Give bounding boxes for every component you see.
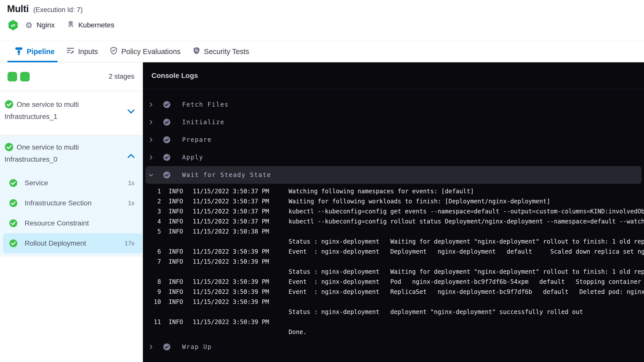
execution-header: Multi (Execution Id: 7) ∞ ⚙ Nginx Kubern… [0, 0, 644, 41]
stage-status-square[interactable] [20, 72, 30, 81]
tab-policy-evaluations[interactable]: Policy Evaluations [109, 41, 180, 62]
step-duration: 17s [125, 240, 134, 247]
log-section-label: Wrap Up [182, 343, 212, 350]
log-line: 9INFO11/15/2022 3:50:39 PMEvent : nginx-… [143, 287, 644, 297]
stage-item-infrastructures-0[interactable]: One service to multi Infrastructures_0 [0, 135, 143, 173]
log-section-fetch-files[interactable]: Fetch Files [143, 96, 644, 113]
console-logs-title: Console Logs [151, 72, 198, 80]
step-success-icon [163, 136, 171, 144]
kubernetes-icon [67, 21, 75, 30]
pipeline-icon [14, 46, 23, 57]
step-success-icon [163, 171, 171, 179]
stage-label: One service to multi Infrastructures_1 [5, 100, 108, 122]
log-section-prepare[interactable]: Prepare [143, 131, 644, 149]
service-infra-row: ∞ ⚙ Nginx Kubernetes [7, 20, 644, 30]
step-success-icon [163, 154, 171, 161]
success-check-icon [9, 239, 18, 248]
log-line: 7INFO11/15/2022 3:50:39 PM [143, 257, 644, 267]
log-section-apply[interactable]: Apply [143, 149, 644, 166]
chevron-right-icon[interactable] [148, 344, 154, 350]
log-line: 4INFO11/15/2022 3:50:37 PMkubectl --kube… [143, 216, 644, 227]
console-logs-header: Console Logs [143, 62, 644, 89]
stages-summary: 2 stages [0, 62, 143, 91]
log-line: 10INFO11/15/2022 3:50:39 PM [143, 297, 644, 307]
step-success-icon [163, 101, 171, 108]
log-line: 8INFO11/15/2022 3:50:39 PMEvent : nginx-… [143, 277, 644, 287]
stage-section-infrastructures-0: One service to multi Infrastructures_0 S… [0, 135, 143, 256]
step-success-icon [163, 118, 171, 126]
success-check-icon [9, 179, 18, 187]
step-item-resource-constraint[interactable]: Resource Constraint [0, 213, 143, 233]
step-duration: 1s [128, 179, 134, 187]
success-check-icon [5, 100, 14, 112]
log-line: Done. [143, 327, 644, 337]
console-logs-panel: Console Logs Fetch Files Initializ [143, 62, 644, 362]
log-section-label: Wait for Steady State [182, 171, 271, 178]
sidebar-filler [0, 256, 143, 362]
step-success-icon [163, 343, 171, 351]
log-line: 5INFO11/15/2022 3:50:38 PM [143, 227, 644, 237]
stage-name: One service to multi Infrastructures_0 [5, 143, 79, 163]
chevron-right-icon[interactable] [148, 154, 154, 160]
chevron-right-icon[interactable] [148, 102, 154, 108]
chevron-down-icon[interactable] [148, 172, 154, 178]
page-title: Multi [7, 4, 29, 14]
step-label: Infrastructure Section [25, 199, 128, 207]
step-item-infrastructure-section[interactable]: Infrastructure Section 1s [0, 193, 143, 213]
service-name-label: Nginx [37, 21, 55, 29]
log-section-label: Prepare [182, 136, 212, 143]
log-line: 3INFO11/15/2022 3:50:37 PMkubectl --kube… [143, 206, 644, 216]
log-section-label: Fetch Files [182, 101, 229, 108]
step-item-rollout-deployment[interactable]: Rollout Deployment 17s [3, 233, 142, 253]
chevron-right-icon[interactable] [148, 137, 154, 143]
title-row: Multi (Execution Id: 7) [7, 4, 644, 14]
success-check-icon [9, 199, 18, 207]
log-section-label: Apply [182, 154, 203, 161]
tab-pipeline[interactable]: Pipeline [14, 41, 55, 62]
tab-policy-evaluations-label: Policy Evaluations [121, 48, 180, 56]
log-line: Status : nginx-deployment Waiting for de… [143, 267, 644, 277]
log-line: 2INFO11/15/2022 3:50:37 PMWaiting for fo… [143, 196, 644, 206]
chevron-down-icon[interactable] [127, 109, 135, 115]
log-lines-block: 1INFO11/15/2022 3:50:37 PMWatching follo… [143, 184, 644, 338]
log-section-label: Initialize [182, 119, 225, 126]
log-line: Status : nginx-deployment Waiting for de… [143, 237, 644, 247]
execution-tabbar: Pipeline Inputs Policy Evaluations [0, 41, 644, 62]
stage-name: One service to multi Infrastructures_1 [5, 101, 79, 120]
stages-sidebar: 2 stages One service to multi Infrastruc… [0, 62, 143, 362]
chevron-up-icon[interactable] [127, 153, 135, 159]
stage-count-label: 2 stages [109, 73, 134, 80]
log-section-wrap-up[interactable]: Wrap Up [143, 338, 644, 356]
harness-cd-icon: ∞ [8, 20, 18, 30]
execution-id-label: (Execution Id: 7) [33, 6, 83, 14]
console-logs-body: Fetch Files Initialize Prepare [143, 89, 644, 356]
log-section-initialize[interactable]: Initialize [143, 113, 644, 131]
tab-security-tests[interactable]: Security Tests [192, 41, 249, 62]
success-check-icon [9, 219, 18, 228]
success-check-icon [5, 143, 14, 154]
stage-item-infrastructures-1[interactable]: One service to multi Infrastructures_1 [0, 91, 143, 135]
step-item-service[interactable]: Service 1s [0, 173, 143, 193]
stage-label: One service to multi Infrastructures_0 [5, 142, 108, 164]
step-label: Rollout Deployment [25, 239, 125, 247]
tab-security-tests-label: Security Tests [204, 48, 249, 56]
tab-inputs[interactable]: Inputs [66, 41, 98, 62]
log-line: 6INFO11/15/2022 3:50:39 PMEvent : nginx-… [143, 247, 644, 257]
shield-check-icon [109, 47, 118, 57]
stage-status-square[interactable] [8, 72, 17, 81]
shield-search-icon [192, 47, 201, 57]
chevron-right-icon[interactable] [148, 119, 154, 125]
log-line: 11INFO11/15/2022 3:50:39 PM [143, 317, 644, 327]
infrastructure-name-label: Kubernetes [78, 21, 114, 29]
step-duration: 1s [128, 200, 134, 207]
step-label: Resource Constraint [25, 219, 134, 227]
log-line: Status : nginx-deployment deployment "ng… [143, 307, 644, 317]
tab-inputs-label: Inputs [78, 48, 98, 56]
log-line: 1INFO11/15/2022 3:50:37 PMWatching follo… [143, 186, 644, 196]
execution-content: 2 stages One service to multi Infrastruc… [0, 62, 644, 362]
inputs-icon [66, 47, 75, 57]
step-label: Service [25, 179, 128, 187]
tab-pipeline-label: Pipeline [27, 48, 55, 56]
log-section-wait-for-steady-state[interactable]: Wait for Steady State [145, 166, 641, 184]
gear-icon: ⚙ [25, 21, 33, 29]
